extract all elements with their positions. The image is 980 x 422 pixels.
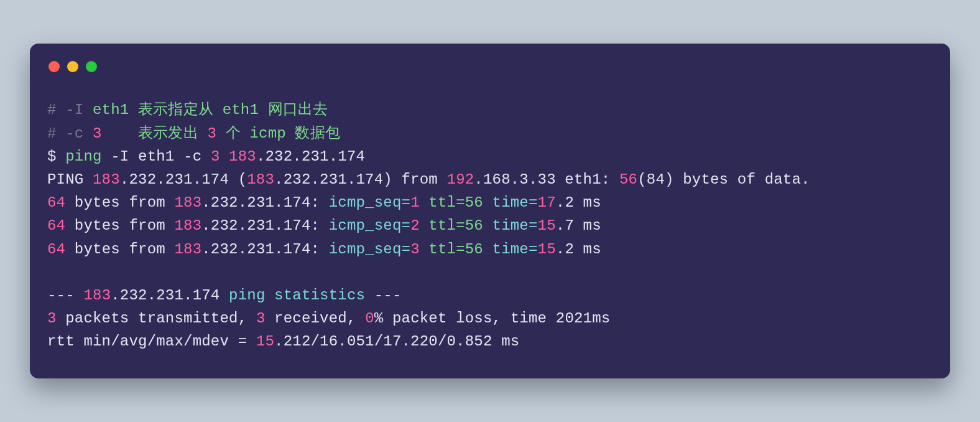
stats-header-line: --- 183.232.231.174 ping statistics --- bbox=[47, 287, 402, 304]
minimize-icon[interactable] bbox=[67, 61, 78, 72]
terminal-output: # -I eth1 表示指定从 eth1 网口出去 # -c 3 表示发出 3 … bbox=[47, 98, 933, 353]
command-line: $ ping -I eth1 -c 3 183.232.231.174 bbox=[47, 148, 365, 165]
comment-line-1: # -I eth1 表示指定从 eth1 网口出去 bbox=[47, 101, 328, 118]
ping-header-line: PING 183.232.231.174 (183.232.231.174) f… bbox=[47, 171, 810, 188]
ping-reply-line: 64 bytes from 183.232.231.174: icmp_seq=… bbox=[47, 217, 601, 234]
ping-reply-line: 64 bytes from 183.232.231.174: icmp_seq=… bbox=[47, 241, 601, 258]
window-controls bbox=[47, 61, 933, 72]
close-icon[interactable] bbox=[49, 61, 60, 72]
terminal-window: # -I eth1 表示指定从 eth1 网口出去 # -c 3 表示发出 3 … bbox=[30, 44, 950, 378]
comment-line-2: # -c 3 表示发出 3 个 icmp 数据包 bbox=[47, 125, 340, 142]
ping-reply-line: 64 bytes from 183.232.231.174: icmp_seq=… bbox=[47, 194, 601, 211]
stats-summary-line: 3 packets transmitted, 3 received, 0% pa… bbox=[47, 310, 610, 327]
maximize-icon[interactable] bbox=[86, 61, 97, 72]
rtt-line: rtt min/avg/max/mdev = 15.212/16.051/17.… bbox=[47, 333, 519, 350]
